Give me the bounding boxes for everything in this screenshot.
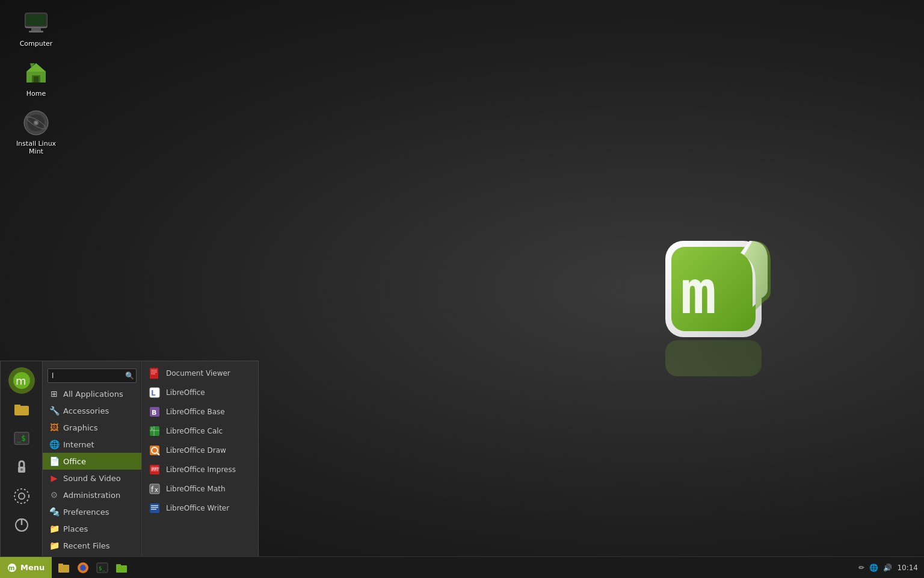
- svg-rect-22: [14, 405, 20, 408]
- search-input[interactable]: [48, 368, 137, 383]
- start-menu: m _$: [0, 361, 259, 556]
- svg-rect-34: [151, 371, 157, 373]
- taskbar-folder-icon[interactable]: [113, 559, 130, 576]
- svg-text:B: B: [152, 409, 156, 417]
- app-libreoffice-draw[interactable]: LibreOffice Draw: [142, 441, 258, 460]
- svg-text:$_: $_: [99, 565, 105, 571]
- svg-rect-18: [665, 340, 762, 376]
- app-libreoffice-impress[interactable]: PPT LibreOffice Impress: [142, 460, 258, 479]
- quick-icon-power[interactable]: [8, 512, 35, 538]
- svg-text:m: m: [8, 565, 14, 571]
- office-icon: 📄: [49, 456, 60, 467]
- app-libreoffice-math[interactable]: f x LibreOffice Math: [142, 479, 258, 499]
- libreoffice-impress-icon: PPT: [148, 463, 161, 476]
- svg-rect-8: [34, 76, 38, 82]
- libreoffice-icon: L: [148, 386, 161, 399]
- taskbar-terminal-icon[interactable]: $_: [94, 559, 111, 576]
- document-viewer-icon: [148, 367, 161, 380]
- app-libreoffice-writer[interactable]: LibreOffice Writer: [142, 499, 258, 518]
- svg-point-28: [14, 489, 29, 503]
- svg-rect-66: [116, 564, 121, 567]
- mint-taskbar-icon: m: [7, 563, 17, 573]
- menu-button[interactable]: m Menu: [0, 557, 52, 578]
- taskbar-network-icon: 🌐: [869, 564, 878, 572]
- svg-rect-55: [151, 507, 158, 508]
- svg-text:m: m: [680, 257, 716, 328]
- svg-rect-2: [31, 28, 41, 31]
- svg-rect-3: [29, 31, 43, 33]
- taskbar-apps: $_: [52, 559, 134, 576]
- svg-text:_$: _$: [17, 434, 25, 443]
- category-all-applications[interactable]: ⊞ All Applications: [43, 385, 141, 402]
- svg-point-13: [35, 122, 37, 124]
- svg-rect-53: [150, 503, 159, 513]
- svg-rect-4: [26, 14, 46, 25]
- taskbar-time: 10:14: [897, 564, 918, 572]
- taskbar: m Menu $_: [0, 556, 924, 578]
- graphics-icon: 🖼: [49, 422, 60, 433]
- desktop: Computer Home: [0, 0, 924, 578]
- svg-text:L: L: [151, 389, 156, 397]
- category-sound-video[interactable]: ▶ Sound & Video: [43, 470, 141, 486]
- svg-rect-56: [151, 509, 156, 510]
- category-recent-files[interactable]: 📁 Recent Files: [43, 537, 141, 554]
- svg-text:Σ: Σ: [151, 427, 153, 430]
- taskbar-volume-icon[interactable]: 🔊: [883, 564, 892, 572]
- app-libreoffice[interactable]: L LibreOffice: [142, 383, 258, 402]
- app-libreoffice-base[interactable]: B LibreOffice Base: [142, 402, 258, 421]
- taskbar-pencil-icon: ✏: [858, 564, 864, 572]
- home-icon[interactable]: Home: [12, 56, 60, 100]
- internet-icon: 🌐: [49, 439, 60, 450]
- taskbar-files-icon[interactable]: [55, 559, 72, 576]
- search-button[interactable]: 🔍: [125, 371, 134, 380]
- quick-icon-settings[interactable]: [8, 483, 35, 509]
- quick-icon-terminal[interactable]: _$: [8, 425, 35, 452]
- category-administration[interactable]: ⚙ Administration: [43, 486, 141, 503]
- accessories-icon: 🔧: [49, 405, 60, 416]
- administration-icon: ⚙: [49, 489, 60, 500]
- preferences-icon: 🔩: [49, 506, 60, 517]
- sound-video-icon: ▶: [49, 473, 60, 483]
- home-icon-label: Home: [26, 90, 46, 98]
- category-accessories[interactable]: 🔧 Accessories: [43, 402, 141, 419]
- category-places[interactable]: 📁 Places: [43, 520, 141, 537]
- app-libreoffice-calc[interactable]: Σ LibreOffice Calc: [142, 421, 258, 441]
- mint-logo: m: [647, 229, 804, 385]
- svg-point-27: [19, 493, 25, 499]
- computer-icon-label: Computer: [20, 40, 53, 48]
- app-document-viewer[interactable]: Document Viewer: [142, 364, 258, 383]
- svg-rect-54: [151, 505, 158, 506]
- libreoffice-math-icon: f x: [148, 482, 161, 496]
- taskbar-firefox-icon[interactable]: [75, 559, 91, 576]
- libreoffice-draw-icon: [148, 444, 161, 457]
- menu-categories-panel: 🔍 ⊞ All Applications 🔧 Accessories 🖼 Gra…: [43, 361, 142, 556]
- quick-icon-mint[interactable]: m: [8, 367, 35, 394]
- category-office[interactable]: 📄 Office: [43, 453, 141, 470]
- quick-icon-lock[interactable]: [8, 454, 35, 480]
- svg-rect-60: [58, 564, 63, 566]
- menu-left-panel: m _$: [1, 361, 43, 556]
- all-apps-icon: ⊞: [49, 388, 60, 399]
- menu-apps-panel: Document Viewer L LibreOffice B: [142, 361, 258, 556]
- libreoffice-writer-icon: [148, 502, 161, 515]
- category-internet[interactable]: 🌐 Internet: [43, 436, 141, 453]
- category-preferences[interactable]: 🔩 Preferences: [43, 503, 141, 520]
- install-mint-icon[interactable]: Install Linux Mint: [12, 106, 60, 158]
- recent-files-icon: 📁: [49, 540, 60, 551]
- quick-icon-folder[interactable]: [8, 396, 35, 423]
- category-graphics[interactable]: 🖼 Graphics: [43, 419, 141, 436]
- svg-text:PPT: PPT: [152, 467, 159, 472]
- svg-marker-6: [26, 63, 46, 72]
- libreoffice-calc-icon: Σ: [148, 424, 161, 438]
- places-icon: 📁: [49, 523, 60, 534]
- svg-point-26: [20, 468, 23, 471]
- menu-search-area: 🔍: [43, 364, 141, 385]
- svg-rect-35: [151, 373, 155, 374]
- install-icon-label: Install Linux Mint: [14, 140, 58, 155]
- libreoffice-base-icon: B: [148, 405, 161, 418]
- computer-icon[interactable]: Computer: [12, 6, 60, 50]
- taskbar-right: ✏ 🌐 🔊 10:14: [858, 564, 924, 572]
- svg-text:x: x: [155, 486, 158, 493]
- svg-text:m: m: [16, 374, 26, 387]
- desktop-icons: Computer Home: [12, 6, 60, 158]
